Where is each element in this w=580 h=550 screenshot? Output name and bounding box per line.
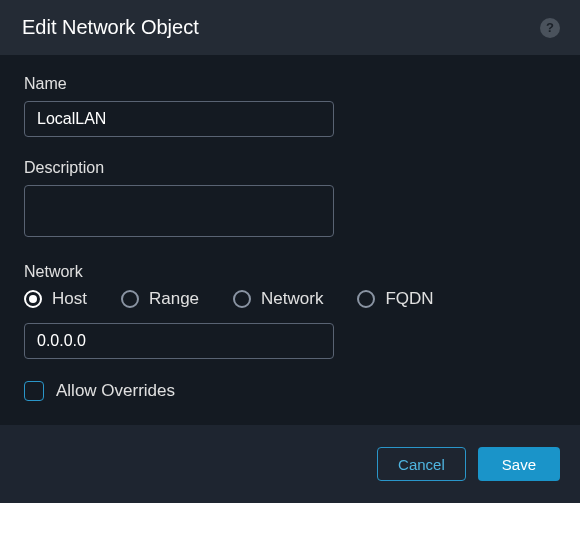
network-type-radio-group: Host Range Network FQDN	[24, 289, 556, 309]
description-input[interactable]	[24, 185, 334, 237]
radio-icon	[233, 290, 251, 308]
description-field-group: Description	[24, 159, 556, 241]
radio-network-label: Network	[261, 289, 323, 309]
name-label: Name	[24, 75, 556, 93]
name-input[interactable]	[24, 101, 334, 137]
radio-icon	[24, 290, 42, 308]
radio-fqdn-label: FQDN	[385, 289, 433, 309]
name-field-group: Name	[24, 75, 556, 137]
dialog-body: Name Description Network Host Range	[0, 55, 580, 425]
radio-network[interactable]: Network	[233, 289, 323, 309]
radio-host[interactable]: Host	[24, 289, 87, 309]
radio-host-label: Host	[52, 289, 87, 309]
radio-fqdn[interactable]: FQDN	[357, 289, 433, 309]
dialog-title: Edit Network Object	[22, 16, 199, 39]
radio-range[interactable]: Range	[121, 289, 199, 309]
radio-icon	[357, 290, 375, 308]
edit-network-object-dialog: Edit Network Object ? Name Description N…	[0, 0, 580, 503]
radio-icon	[121, 290, 139, 308]
dialog-footer: Cancel Save	[0, 425, 580, 503]
cancel-button[interactable]: Cancel	[377, 447, 466, 481]
allow-overrides-checkbox-row[interactable]: Allow Overrides	[24, 381, 556, 401]
save-button[interactable]: Save	[478, 447, 560, 481]
help-icon[interactable]: ?	[540, 18, 560, 38]
allow-overrides-label: Allow Overrides	[56, 381, 175, 401]
description-label: Description	[24, 159, 556, 177]
network-field-group: Network Host Range Network FQDN	[24, 263, 556, 359]
checkbox-icon	[24, 381, 44, 401]
radio-range-label: Range	[149, 289, 199, 309]
network-value-input[interactable]	[24, 323, 334, 359]
dialog-header: Edit Network Object ?	[0, 0, 580, 55]
network-label: Network	[24, 263, 556, 281]
